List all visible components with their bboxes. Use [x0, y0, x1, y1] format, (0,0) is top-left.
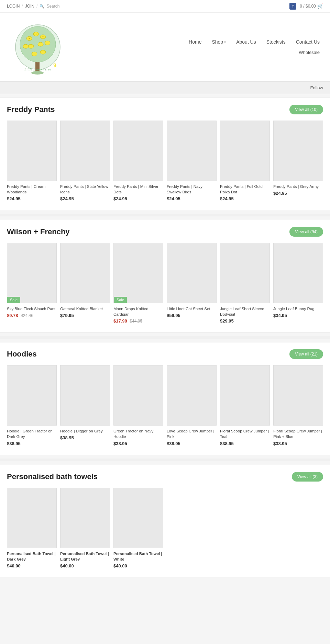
nav-contact[interactable]: Contact Us	[296, 39, 320, 45]
product-card[interactable]: Sale Moon Drops Knitted Cardigan $17.98 …	[113, 243, 163, 324]
product-price: $79.95	[60, 313, 110, 318]
nav-shop[interactable]: Shop ▾	[212, 39, 226, 45]
separator: /	[22, 4, 23, 9]
product-price: $40.00	[7, 563, 57, 568]
product-name: Oatmeal Knitted Blanket	[60, 306, 110, 312]
product-image	[220, 243, 270, 303]
product-card[interactable]: Sale Sky Blue Fleck Slouch Pant $9.78 $2…	[7, 243, 57, 324]
section-divider	[0, 336, 330, 339]
view-all-hoodies[interactable]: View all (21)	[289, 349, 323, 359]
product-card[interactable]: Personalised Bath Towel | White $40.00	[113, 488, 163, 568]
product-card[interactable]: Freddy Pants | Navy Swallow Birds $24.95	[167, 121, 217, 201]
product-price: $24.95	[167, 196, 217, 201]
nav-area: Home Shop ▾ About Us Stockists Contact U…	[189, 39, 320, 58]
view-all-bath-towels[interactable]: View all (3)	[292, 472, 323, 482]
section-header-wilson-frenchy: Wilson + Frenchy View all (94)	[7, 227, 323, 237]
section-divider	[0, 214, 330, 216]
product-card[interactable]: Freddy Pants | Foil Gold Polka Dot $24.9…	[220, 121, 270, 201]
svg-point-15	[43, 36, 44, 37]
product-image	[60, 365, 110, 426]
svg-point-12	[23, 44, 29, 48]
svg-point-14	[36, 34, 37, 35]
product-name: Personalised Bath Towel | White	[113, 551, 163, 562]
svg-point-7	[28, 44, 34, 48]
product-card[interactable]: Freddy Pants | Cream Woodlands $24.95	[7, 121, 57, 201]
product-card[interactable]: Floral Scoop Crew Jumper | Teal $38.95	[220, 365, 270, 446]
product-price: $40.00	[113, 563, 163, 568]
product-image	[7, 121, 57, 181]
header: Little Lemon Tree Home Shop ▾ About Us S…	[0, 13, 330, 81]
svg-point-11	[40, 50, 46, 54]
section-freddy-pants: Freddy Pants View all (10) Freddy Pants …	[0, 98, 330, 210]
cart-icon: 🛒	[317, 3, 323, 9]
product-card[interactable]: Personalised Bath Towel | Light Grey $40…	[60, 488, 110, 568]
nav-stockists[interactable]: Stockists	[266, 39, 286, 45]
product-price: $38.95	[273, 441, 323, 446]
product-card[interactable]: Green Tractor on Navy Hoodie $38.95	[113, 365, 163, 446]
nav-home[interactable]: Home	[189, 39, 201, 45]
search-icon: 🔍	[40, 4, 44, 9]
logo-area: Little Lemon Tree	[10, 20, 65, 78]
top-bar-right: f 0 / $0.00 🛒	[289, 3, 323, 10]
join-link[interactable]: JOIN	[25, 4, 34, 9]
product-price-sale: $17.98	[113, 318, 127, 324]
product-grid-hoodies: Hoodie | Green Tractor on Dark Grey $38.…	[7, 365, 323, 446]
product-card[interactable]: Floral Scoop Crew Jumper | Pink + Blue $…	[273, 365, 323, 446]
product-image	[273, 365, 323, 426]
product-price-original: $24.46	[21, 313, 33, 318]
login-link[interactable]: LOGIN	[7, 4, 20, 9]
section-title-hoodies: Hoodies	[7, 350, 37, 359]
product-price-original: $44.95	[130, 319, 142, 324]
product-name: Personalised Bath Towel | Dark Grey	[7, 551, 57, 562]
product-name: Jungle Leaf Short Sleeve Bodysuit	[220, 306, 270, 317]
product-price-area: $17.98 $44.95	[113, 318, 163, 324]
product-price: $24.95	[60, 196, 110, 201]
product-image: Sale	[7, 243, 57, 303]
product-card[interactable]: Jungle Leaf Short Sleeve Bodysuit $29.95	[220, 243, 270, 324]
product-card[interactable]: Oatmeal Knitted Blanket $79.95	[60, 243, 110, 324]
product-name: Jungle Leaf Bunny Rug	[273, 306, 323, 312]
svg-point-17	[54, 65, 56, 67]
product-card[interactable]: Freddy Pants | Grey Army $24.95	[273, 121, 323, 201]
product-name: Floral Scoop Crew Jumper | Pink + Blue	[273, 428, 323, 439]
top-bar: LOGIN / JOIN / 🔍 Search f 0 / $0.00 🛒	[0, 0, 330, 13]
product-card[interactable]: Love Scoop Crew Jumper | Pink $38.95	[167, 365, 217, 446]
nav-wholesale[interactable]: Wholesale	[299, 50, 320, 55]
product-image	[113, 121, 163, 181]
product-image	[60, 121, 110, 181]
facebook-icon[interactable]: f	[289, 3, 296, 10]
section-title-bath-towels: Personalised bath towels	[7, 472, 98, 481]
sale-badge: Sale	[114, 297, 127, 303]
logo[interactable]: Little Lemon Tree	[10, 20, 65, 78]
follow-label[interactable]: Follow	[310, 85, 323, 90]
product-card[interactable]: Hoodie | Green Tractor on Dark Grey $38.…	[7, 365, 57, 446]
chevron-down-icon: ▾	[224, 40, 226, 44]
sale-badge: Sale	[7, 297, 20, 303]
product-name: Freddy Pants | Navy Swallow Birds	[167, 184, 217, 195]
view-all-freddy-pants[interactable]: View all (10)	[289, 105, 323, 114]
view-all-wilson-frenchy[interactable]: View all (94)	[289, 227, 323, 237]
follow-bar: Follow	[0, 81, 330, 94]
section-title-freddy-pants: Freddy Pants	[7, 105, 55, 114]
product-name: Green Tractor on Navy Hoodie	[113, 428, 163, 439]
product-name: Freddy Pants | Mini Silver Dots	[113, 184, 163, 195]
cart-info[interactable]: 0 / $0.00 🛒	[300, 3, 323, 9]
svg-point-8	[38, 42, 43, 46]
product-image	[167, 121, 217, 181]
product-card[interactable]: Jungle Leaf Bunny Rug $34.95	[273, 243, 323, 324]
product-card[interactable]: Freddy Pants | Mini Silver Dots $24.95	[113, 121, 163, 201]
product-card[interactable]: Personalised Bath Towel | Dark Grey $40.…	[7, 488, 57, 568]
nav-about[interactable]: About Us	[236, 39, 256, 45]
svg-point-13	[29, 38, 30, 39]
product-name: Freddy Pants | Grey Army	[273, 184, 323, 189]
product-card[interactable]: Hoodie | Digger on Grey $38.95	[60, 365, 110, 446]
sub-nav: Wholesale	[299, 50, 320, 55]
section-header-hoodies: Hoodies View all (21)	[7, 349, 323, 359]
product-image	[7, 488, 57, 548]
product-image	[273, 121, 323, 181]
search-label: Search	[46, 4, 59, 9]
top-bar-left: LOGIN / JOIN / 🔍 Search	[7, 4, 59, 9]
product-price-area: $9.78 $24.46	[7, 313, 57, 318]
product-card[interactable]: Little Hoot Cot Sheet Set $59.95	[167, 243, 217, 324]
product-card[interactable]: Freddy Pants | Slate Yellow Icons $24.95	[60, 121, 110, 201]
